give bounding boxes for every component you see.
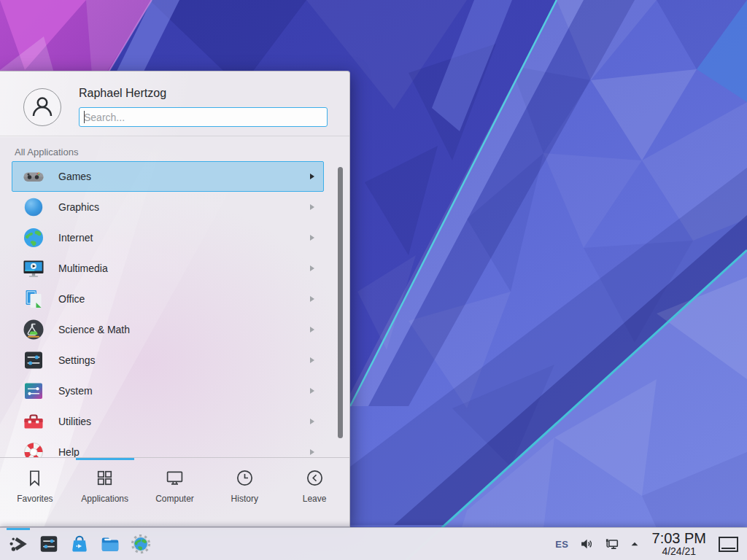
desktop: Raphael Hertzog All Applications GamesGr… [0,0,747,560]
chevron-right-icon [310,388,314,394]
chevron-right-icon [310,327,314,332]
header-divider [0,136,349,136]
history-icon [235,468,255,488]
kickoff-icon [7,533,29,555]
chevron-right-icon [310,204,314,210]
favorites-icon [25,468,44,488]
show-desktop-widget[interactable] [719,537,738,552]
category-label: Settings [58,354,96,366]
category-label: Graphics [58,201,99,213]
user-name: Raphael Hertzog [79,87,166,100]
discover-icon [69,533,90,555]
graphics-icon [22,195,45,219]
help-icon [22,440,45,457]
tab-label: Applications [81,494,128,504]
tab-label: Computer [155,494,194,504]
clock-date: 4/24/21 [652,546,706,557]
internet-icon [22,226,45,249]
category-item-office[interactable]: Office [12,284,324,314]
settings-icon [22,349,45,372]
application-launcher-menu: Raphael Hertzog All Applications GamesGr… [0,71,350,527]
utilities-icon [22,410,45,433]
chevron-right-icon [310,235,314,241]
system-icon [22,379,45,402]
section-label: All Applications [15,147,78,158]
chevron-right-icon [310,174,314,179]
taskbar-file-manager[interactable] [95,528,125,560]
scrollbar[interactable] [338,167,343,438]
user-avatar[interactable] [23,88,61,126]
system-tray: ES 7:03 PM 4/24/21 [555,531,747,556]
show-desktop-inner-line [721,548,735,549]
tab-label: History [231,494,258,504]
search-input[interactable] [79,107,328,127]
tab-computer[interactable]: Computer [140,458,210,527]
category-label: Help [58,446,80,457]
keyboard-layout-indicator[interactable]: ES [555,539,568,550]
science-icon [22,318,45,341]
text-caret [84,111,85,123]
category-label: Internet [58,232,93,244]
office-icon [22,287,45,311]
category-label: System [58,385,93,397]
category-item-games[interactable]: Games [12,161,324,192]
launcher-tabbar: FavoritesApplicationsComputerHistoryLeav… [0,458,349,527]
category-label: Games [58,171,91,182]
taskbar-system-settings[interactable] [34,528,64,560]
taskbar-discover[interactable] [64,528,95,560]
leave-icon [305,468,325,488]
chevron-right-icon [310,419,314,424]
category-label: Science & Math [58,324,130,335]
tab-applications[interactable]: Applications [70,458,140,527]
chevron-right-icon [310,296,314,302]
clock-time: 7:03 PM [652,531,706,546]
settings-icon [38,533,60,555]
tab-label: Leave [303,494,327,504]
category-label: Utilities [58,416,91,427]
user-avatar-icon [24,89,61,125]
applications-icon [95,468,115,488]
network-icon[interactable] [604,536,620,552]
taskbar: ES 7:03 PM 4/24/21 [0,527,747,560]
tab-history[interactable]: History [209,458,279,527]
category-label: Office [58,293,85,305]
category-label: Multimedia [58,262,108,274]
category-item-graphics[interactable]: Graphics [12,192,324,222]
search-field-wrap [79,107,328,127]
category-item-internet[interactable]: Internet [12,222,324,253]
games-icon [22,165,45,188]
category-item-utilities[interactable]: Utilities [12,406,324,437]
tray-expander-icon[interactable] [630,539,640,549]
digital-clock[interactable]: 7:03 PM 4/24/21 [652,531,706,556]
app-category-list: GamesGraphicsInternetMultimediaOfficeSci… [0,161,349,457]
taskbar-launchers [0,528,156,560]
taskbar-application-launcher[interactable] [3,528,34,560]
category-item-help[interactable]: Help [12,437,324,457]
tab-leave[interactable]: Leave [279,458,349,527]
browser-icon [130,533,152,555]
chevron-right-icon [310,265,314,271]
tab-label: Favorites [17,494,53,504]
tab-favorites[interactable]: Favorites [0,458,70,527]
category-item-system[interactable]: System [12,376,324,406]
taskbar-web-browser[interactable] [125,528,156,560]
category-item-multimedia[interactable]: Multimedia [12,253,324,284]
volume-icon[interactable] [578,536,595,552]
chevron-right-icon [310,357,314,363]
category-item-science-math[interactable]: Science & Math [12,314,324,345]
multimedia-icon [22,257,45,280]
dolphin-icon [99,533,121,555]
category-item-settings[interactable]: Settings [12,345,324,376]
chevron-right-icon [310,449,314,455]
computer-icon [165,468,185,488]
